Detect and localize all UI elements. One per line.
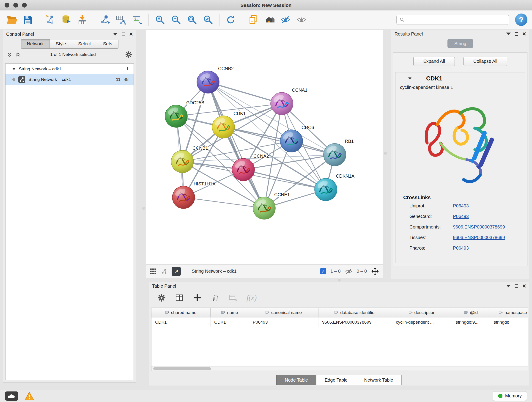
- float-panel-icon[interactable]: [515, 284, 518, 288]
- splitter-handle[interactable]: [338, 279, 341, 281]
- cloud-button[interactable]: [5, 391, 18, 401]
- network-overview-icon[interactable]: [161, 268, 167, 275]
- close-panel-icon[interactable]: ×: [522, 284, 526, 288]
- column-header-id[interactable]: @id: [452, 308, 490, 317]
- table-tab-edge-table[interactable]: Edge Table: [316, 375, 356, 385]
- home-button[interactable]: [262, 13, 277, 27]
- grid-view-icon[interactable]: [150, 268, 157, 275]
- crosslink-link[interactable]: P06493: [453, 214, 469, 219]
- network-row-selected[interactable]: String Network – cdk1 11 48: [6, 74, 133, 85]
- selected-checkbox-icon[interactable]: ✓: [320, 268, 326, 274]
- copy-button[interactable]: [246, 13, 260, 27]
- table-cell[interactable]: CDK1: [152, 317, 210, 327]
- table-row[interactable]: CDK1CDK1P064939606.ENSP00000378699cyclin…: [152, 317, 528, 327]
- network-node-ccnb1[interactable]: [171, 150, 194, 173]
- network-edge[interactable]: [208, 82, 264, 208]
- splitter-handle[interactable]: [385, 152, 387, 154]
- tab-style[interactable]: Style: [50, 39, 72, 48]
- zoom-fit-button[interactable]: [185, 13, 199, 27]
- network-node-cdkn1a[interactable]: [315, 178, 337, 201]
- tab-string[interactable]: String: [447, 39, 473, 48]
- column-header-shared-name[interactable]: shared name: [152, 308, 210, 317]
- tab-network[interactable]: Network: [21, 39, 50, 48]
- float-panel-icon[interactable]: [122, 32, 125, 36]
- open-session-button[interactable]: [5, 13, 19, 27]
- scrollbar-thumb[interactable]: [153, 367, 211, 370]
- crosslink-link[interactable]: 9606.ENSP00000378699: [453, 235, 505, 240]
- network-node-cdk1[interactable]: [212, 116, 234, 138]
- zoom-out-button[interactable]: [169, 13, 183, 27]
- tab-select[interactable]: Select: [72, 39, 97, 48]
- crosslink-link[interactable]: 9606.ENSP00000378699: [453, 224, 505, 230]
- table-cell[interactable]: stringdb: [490, 317, 528, 327]
- network-node-ccna2[interactable]: [232, 158, 254, 181]
- table-cell[interactable]: cyclin-dependent ...: [392, 317, 452, 327]
- network-node-ccna1[interactable]: [271, 92, 293, 115]
- network-edge[interactable]: [208, 82, 282, 104]
- network-node-ccnb2[interactable]: [197, 71, 219, 93]
- network-node-rb1[interactable]: [323, 143, 346, 166]
- zoom-in-button[interactable]: [153, 13, 167, 27]
- column-header-description[interactable]: description: [392, 308, 452, 317]
- table-cell[interactable]: CDK1: [210, 317, 249, 327]
- warning-icon[interactable]: [24, 391, 34, 401]
- minimize-window-button[interactable]: [13, 3, 18, 7]
- show-all-button[interactable]: [294, 13, 309, 27]
- zoom-selected-button[interactable]: [201, 13, 215, 27]
- collapse-all-icon[interactable]: [7, 51, 13, 57]
- panel-menu-icon[interactable]: [506, 32, 511, 35]
- import-network-from-database-button[interactable]: [59, 13, 74, 27]
- table-tab-node-table[interactable]: Node Table: [276, 375, 317, 385]
- table-tab-network-table[interactable]: Network Table: [356, 375, 402, 385]
- expand-all-icon[interactable]: [15, 51, 21, 57]
- network-node-ccne1[interactable]: [253, 197, 275, 219]
- close-window-button[interactable]: [5, 3, 9, 7]
- network-node-hist1h1a[interactable]: [172, 186, 195, 209]
- import-network-button[interactable]: [43, 13, 57, 27]
- export-network-table-button[interactable]: [114, 13, 128, 27]
- collapse-all-button[interactable]: Collapse All: [463, 57, 507, 66]
- collapse-section-icon[interactable]: [408, 77, 412, 80]
- network-node-cdc25b[interactable]: [165, 105, 187, 128]
- maximize-window-button[interactable]: [22, 3, 27, 7]
- delete-column-trash-icon[interactable]: [211, 293, 220, 302]
- column-header-database-identifier[interactable]: database identifier: [318, 308, 392, 317]
- memory-button[interactable]: Memory: [493, 391, 527, 401]
- tree-expand-icon[interactable]: [12, 68, 16, 70]
- export-image-button[interactable]: [130, 13, 144, 27]
- table-horizontal-scrollbar[interactable]: [152, 366, 528, 370]
- show-column-icon[interactable]: [175, 293, 184, 302]
- hide-selected-button[interactable]: [278, 13, 293, 27]
- help-button[interactable]: ?: [515, 13, 527, 26]
- panel-menu-icon[interactable]: [506, 285, 511, 287]
- float-panel-icon[interactable]: [515, 32, 518, 36]
- column-header-canonical-name[interactable]: canonical name: [249, 308, 318, 317]
- save-session-button[interactable]: [21, 13, 35, 27]
- table-cell[interactable]: stringdb:9...: [452, 317, 490, 327]
- column-header-name[interactable]: name: [210, 308, 249, 317]
- table-cell[interactable]: P06493: [249, 317, 318, 327]
- import-table-button[interactable]: [75, 13, 89, 27]
- clone-network-button[interactable]: [98, 13, 112, 27]
- table-cell[interactable]: 9606.ENSP00000378699: [318, 317, 392, 327]
- search-input[interactable]: [407, 17, 506, 22]
- network-edge[interactable]: [184, 197, 264, 208]
- close-panel-icon[interactable]: ×: [129, 32, 133, 36]
- refresh-button[interactable]: [224, 13, 238, 27]
- hidden-eye-icon[interactable]: [345, 268, 353, 275]
- network-collection-row[interactable]: String Network – cdk1 1: [6, 64, 133, 74]
- network-canvas[interactable]: CCNB2CCNA1CDC25BCDK1CDC6RB1CCNB1CCNA2CDK…: [146, 30, 383, 264]
- splitter-handle[interactable]: [143, 207, 145, 210]
- pan-crosshair-icon[interactable]: [371, 267, 379, 275]
- crosslink-link[interactable]: P06493: [453, 203, 469, 209]
- close-panel-icon[interactable]: ×: [522, 32, 526, 36]
- tab-sets[interactable]: Sets: [97, 39, 118, 48]
- gear-icon[interactable]: [125, 51, 133, 58]
- open-in-window-button[interactable]: ↗: [172, 267, 181, 276]
- create-column-plus-icon[interactable]: [193, 293, 202, 302]
- expand-all-button[interactable]: Expand All: [413, 57, 455, 66]
- panel-menu-icon[interactable]: [113, 33, 118, 36]
- column-header-namespace[interactable]: namespace: [490, 308, 528, 317]
- network-node-cdc6[interactable]: [280, 130, 303, 152]
- table-settings-gear-icon[interactable]: [157, 293, 166, 302]
